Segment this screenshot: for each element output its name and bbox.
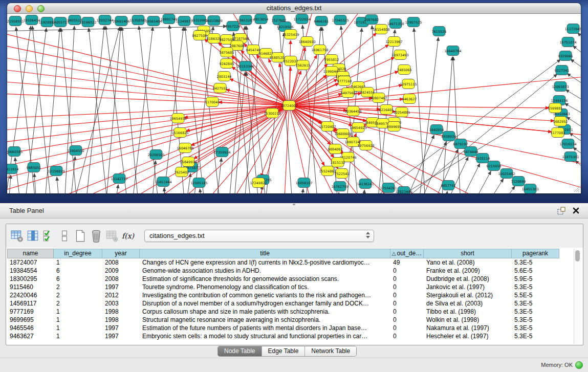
graph-node[interactable]: 9227341 xyxy=(555,65,570,75)
column-header-out_de[interactable]: △out_de… xyxy=(390,249,424,258)
row-boxes-icon[interactable] xyxy=(58,229,71,243)
graph-node[interactable]: 12505185 xyxy=(190,178,207,188)
graph-node[interactable]: 16046788 xyxy=(177,143,193,153)
graph-node[interactable]: 16154808 xyxy=(373,25,389,34)
graph-node[interactable]: 14055717 xyxy=(52,17,69,27)
graph-node[interactable]: 7857224 xyxy=(226,21,241,31)
graph-node[interactable]: 1640954 xyxy=(429,125,444,135)
graph-node[interactable]: 12156819 xyxy=(48,166,64,176)
table-panel-header[interactable]: Table Panel xyxy=(0,203,588,218)
graph-node[interactable]: 9857791 xyxy=(441,181,456,190)
graph-node[interactable]: 15166825 xyxy=(171,128,188,138)
graph-node[interactable]: 2803144 xyxy=(217,72,232,81)
graph-node[interactable]: 10653287 xyxy=(237,15,254,25)
graph-node[interactable]: 14136141 xyxy=(357,179,374,189)
graph-node[interactable]: 7625402 xyxy=(175,167,189,177)
table-row[interactable]: 911546021997Tourette syndrome. Phenomeno… xyxy=(7,283,568,291)
table-select-dropdown[interactable]: citations_edges.txt xyxy=(144,230,374,242)
window-titlebar[interactable]: citations_edges.txt xyxy=(7,3,581,14)
graph-node[interactable]: 9242845 xyxy=(220,59,234,69)
graph-node[interactable]: 15720407 xyxy=(319,122,336,132)
graph-node[interactable]: 19654935 xyxy=(169,114,186,123)
column-header-pagerank[interactable]: pagerank xyxy=(512,249,559,258)
graph-node[interactable]: 17534261 xyxy=(380,183,397,193)
tab-network-table[interactable]: Network Table xyxy=(304,346,356,356)
select-rows-icon[interactable] xyxy=(42,229,55,243)
column-header-short[interactable]: short xyxy=(424,249,512,258)
resize-grip-icon[interactable] xyxy=(573,185,580,192)
graph-node[interactable]: 7615526 xyxy=(432,27,447,36)
graph-node[interactable]: 15849934 xyxy=(180,157,197,167)
show-columns-icon[interactable] xyxy=(26,229,39,243)
graph-node[interactable]: 16961758 xyxy=(311,45,328,55)
table-row[interactable]: 969969511998Structural magnetic resonanc… xyxy=(7,316,568,324)
graph-node[interactable]: 10196522 xyxy=(79,17,96,27)
graph-node[interactable]: 12093873 xyxy=(552,82,569,92)
graph-node[interactable]: 8427552 xyxy=(213,83,228,93)
graph-node[interactable]: 2935114 xyxy=(475,154,490,163)
graph-node[interactable]: 15325419 xyxy=(282,30,299,39)
graph-node[interactable]: 1177083 xyxy=(551,128,565,138)
graph-node[interactable]: 1599881 xyxy=(548,103,563,113)
graph-node[interactable]: 12975115 xyxy=(400,79,417,89)
graph-node[interactable]: 17016534 xyxy=(559,139,576,149)
graph-node[interactable]: 19106414 xyxy=(23,15,40,25)
column-header-title[interactable]: title xyxy=(140,249,390,258)
graph-node[interactable]: 25300213 xyxy=(264,108,280,118)
graph-node[interactable]: 2087682 xyxy=(364,15,379,25)
graph-node[interactable]: 10807467 xyxy=(370,93,387,103)
graph-node[interactable]: 15751074 xyxy=(559,37,576,47)
graph-node[interactable]: 8813054 xyxy=(254,14,269,24)
graph-node[interactable]: 1815132 xyxy=(331,158,345,167)
graph-node[interactable]: 3911914 xyxy=(7,164,18,174)
graph-node[interactable]: 9884067 xyxy=(328,144,343,154)
graph-node[interactable]: 19891749 xyxy=(160,14,177,24)
new-document-icon[interactable] xyxy=(74,229,87,243)
graph-node[interactable]: 1682952 xyxy=(553,117,568,126)
function-builder-icon[interactable]: f(x) xyxy=(121,229,135,243)
graph-node[interactable]: 9777169 xyxy=(337,76,352,86)
graph-node[interactable]: 16958107 xyxy=(295,178,312,188)
graph-node[interactable]: 15904550 xyxy=(67,146,84,156)
graph-node[interactable]: 9485051 xyxy=(27,163,41,172)
graph-node[interactable]: 18640910 xyxy=(298,37,315,47)
delete-icon[interactable] xyxy=(90,229,103,243)
graph-node[interactable]: 15722024 xyxy=(293,14,310,24)
graph-node[interactable]: 9215958 xyxy=(487,161,502,171)
table-row[interactable]: 1938455462009Genome-wide association stu… xyxy=(7,267,568,275)
table-row[interactable]: 1456911722003Disruption of a novel membe… xyxy=(7,299,568,308)
graph-node[interactable]: 20691406 xyxy=(113,16,129,26)
vertical-scrollbar[interactable] xyxy=(574,249,581,343)
graph-node[interactable]: 21558551 xyxy=(7,16,24,26)
graph-node[interactable]: 10025482 xyxy=(498,169,515,179)
import-table-disabled-icon[interactable] xyxy=(105,229,119,243)
graph-node[interactable]: 7485063 xyxy=(397,65,412,75)
table-row[interactable]: 977716911998Corpus callosum shape and si… xyxy=(7,308,568,316)
network-canvas[interactable]: 2155855119106414119208531405571796055171… xyxy=(7,14,581,193)
column-header-year[interactable]: year xyxy=(102,249,140,258)
graph-node[interactable]: 5875685 xyxy=(220,48,234,57)
graph-node[interactable]: 9474444 xyxy=(464,147,478,157)
graph-node[interactable]: 13142737 xyxy=(111,174,127,184)
graph-node[interactable]: 9899695 xyxy=(387,122,402,132)
graph-node[interactable]: 6466161 xyxy=(314,16,329,26)
graph-node[interactable]: 11249877 xyxy=(176,16,192,26)
graph-node[interactable]: 20660581 xyxy=(7,147,23,157)
graph-node[interactable]: 12032744 xyxy=(96,15,113,25)
tab-node-table[interactable]: Node Table xyxy=(218,346,262,356)
graph-node[interactable]: 16648784 xyxy=(444,46,461,56)
graph-node[interactable]: 19756928 xyxy=(357,141,374,150)
graph-node[interactable]: 9463627 xyxy=(402,94,417,104)
table-row[interactable]: 946362711997Embryonic stem cells: a mode… xyxy=(7,332,568,340)
graph-node[interactable]: 10973493 xyxy=(391,50,408,60)
graph-node[interactable]: 1562615 xyxy=(296,60,311,70)
table-row[interactable]: 1872400712008Changes of HCN gene express… xyxy=(7,258,568,267)
graph-node[interactable]: 11675301 xyxy=(562,152,579,162)
scrollbar-thumb[interactable] xyxy=(575,250,580,261)
graph-node[interactable]: 7120899 xyxy=(511,177,526,186)
graph-node[interactable]: 16033809 xyxy=(205,16,222,26)
graph-node[interactable]: 17359924 xyxy=(213,147,230,157)
tab-edge-table[interactable]: Edge Table xyxy=(262,346,305,356)
graph-node[interactable]: 16455303 xyxy=(521,184,538,194)
graph-node[interactable]: 7955812 xyxy=(324,55,339,64)
